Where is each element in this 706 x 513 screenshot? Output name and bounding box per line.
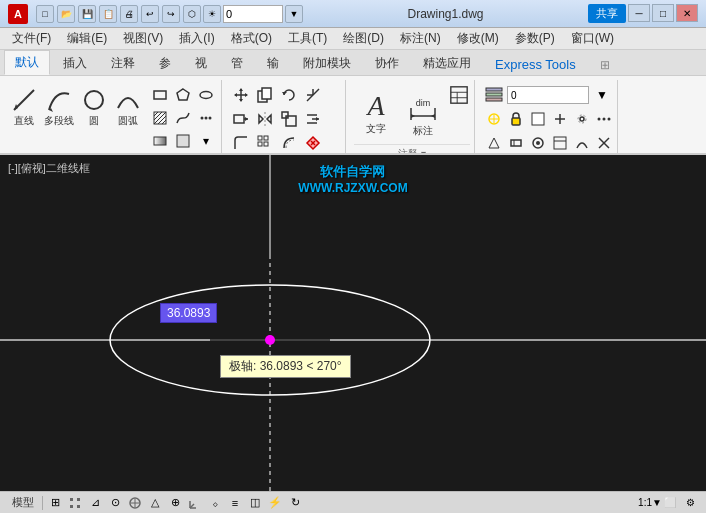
undo-button[interactable]: ↩	[141, 5, 159, 23]
redo-button[interactable]: ↪	[162, 5, 180, 23]
dynin-toggle[interactable]: ⬦	[207, 495, 223, 511]
ortho-toggle[interactable]: ⊿	[87, 495, 103, 511]
model-tab[interactable]: 模型	[8, 495, 38, 510]
workspace-switch[interactable]: ⚙	[682, 495, 698, 511]
mirror-tool[interactable]	[254, 108, 276, 130]
saveas-button[interactable]: 📋	[99, 5, 117, 23]
stretch-tool[interactable]	[230, 108, 252, 130]
menu-insert[interactable]: 插入(I)	[171, 28, 222, 49]
fillet-tool[interactable]	[230, 132, 252, 153]
sun-icon[interactable]: ☀	[203, 5, 221, 23]
tab-output[interactable]: 输	[256, 51, 290, 75]
tab-parametric[interactable]: 参	[148, 51, 182, 75]
layer-dropdown[interactable]: ▼	[591, 84, 613, 106]
menu-tools[interactable]: 工具(T)	[280, 28, 335, 49]
tab-annotate[interactable]: 注释	[100, 51, 146, 75]
copy-tool[interactable]	[254, 84, 276, 106]
line-tool[interactable]: 直线	[8, 84, 40, 130]
viewport-scale[interactable]: ⬜	[662, 495, 678, 511]
layer-manager[interactable]	[483, 84, 505, 106]
extend-tool[interactable]	[302, 108, 324, 130]
rect-tool[interactable]	[149, 84, 171, 106]
gradient-tool[interactable]	[149, 130, 171, 152]
tab-collaborate[interactable]: 协作	[364, 51, 410, 75]
layer-match[interactable]	[549, 108, 571, 130]
share-button[interactable]: 共享	[588, 4, 626, 23]
boundary-tool[interactable]: ▾	[195, 130, 217, 152]
open-button[interactable]: 📂	[57, 5, 75, 23]
dimension-input[interactable]: 36.0893	[160, 303, 217, 323]
region-tool[interactable]	[172, 130, 194, 152]
menu-modify[interactable]: 修改(M)	[449, 28, 507, 49]
lweight-toggle[interactable]: ≡	[227, 495, 243, 511]
autocad-logo[interactable]: A	[8, 4, 28, 24]
snap-toggle[interactable]	[67, 495, 83, 511]
layer-tool-d[interactable]	[549, 132, 571, 153]
polygon-tool[interactable]	[172, 84, 194, 106]
array-tool[interactable]	[254, 132, 276, 153]
transparency-toggle[interactable]: ◫	[247, 495, 263, 511]
scale-tool[interactable]	[278, 108, 300, 130]
input-field[interactable]	[223, 5, 283, 23]
menu-dimension[interactable]: 标注(N)	[392, 28, 449, 49]
layer-selector[interactable]: 0	[507, 86, 589, 104]
ellipse-tool[interactable]	[195, 84, 217, 106]
text-tool[interactable]: A 文字	[354, 84, 398, 142]
menu-draw[interactable]: 绘图(D)	[335, 28, 392, 49]
layer-isolate[interactable]	[571, 108, 593, 130]
menu-edit[interactable]: 编辑(E)	[59, 28, 115, 49]
3dosnap-toggle[interactable]: △	[147, 495, 163, 511]
print-button[interactable]: 🖨	[120, 5, 138, 23]
more-draw[interactable]	[195, 107, 217, 129]
restore-button[interactable]: □	[652, 4, 674, 22]
layer-more[interactable]	[593, 108, 615, 130]
tab-manage[interactable]: 管	[220, 51, 254, 75]
menu-format[interactable]: 格式(O)	[223, 28, 280, 49]
dimension-tool[interactable]: dim 标注	[401, 84, 445, 142]
grid-toggle[interactable]: ⊞	[47, 495, 63, 511]
hatch-tool[interactable]	[149, 107, 171, 129]
circle-tool[interactable]: 圆	[78, 84, 110, 130]
save-button[interactable]: 💾	[78, 5, 96, 23]
tab-featured[interactable]: 精选应用	[412, 51, 482, 75]
offset-tool[interactable]	[278, 132, 300, 153]
layer-freeze[interactable]	[483, 108, 505, 130]
tab-view[interactable]: 视	[184, 51, 218, 75]
layer-tool-b[interactable]	[505, 132, 527, 153]
layer-color[interactable]	[527, 108, 549, 130]
osnap-toggle[interactable]	[127, 495, 143, 511]
new-button[interactable]: □	[36, 5, 54, 23]
rotate-tool[interactable]	[278, 84, 300, 106]
quickprop-toggle[interactable]: ⚡	[267, 495, 283, 511]
tab-more[interactable]: ⊞	[589, 54, 621, 75]
layer-tool-f[interactable]	[593, 132, 615, 153]
anno-scale[interactable]: 1:1▼	[642, 495, 658, 511]
spline-tool[interactable]	[172, 107, 194, 129]
polar-toggle[interactable]: ⊙	[107, 495, 123, 511]
workspace-icon[interactable]: ⬡	[183, 5, 201, 23]
table-tool[interactable]	[448, 84, 470, 106]
dropdown-icon[interactable]: ▼	[285, 5, 303, 23]
layer-tool-e[interactable]	[571, 132, 593, 153]
layer-lock[interactable]	[505, 108, 527, 130]
erase-tool[interactable]	[302, 132, 324, 153]
otrack-toggle[interactable]: ⊕	[167, 495, 183, 511]
close-button[interactable]: ✕	[676, 4, 698, 22]
tab-default[interactable]: 默认	[4, 50, 50, 75]
arc-tool[interactable]: 圆弧	[112, 84, 144, 130]
selcycle-toggle[interactable]: ↻	[287, 495, 303, 511]
polyline-tool[interactable]: 多段线	[42, 84, 76, 130]
tab-insert[interactable]: 插入	[52, 51, 98, 75]
move-tool[interactable]	[230, 84, 252, 106]
minimize-button[interactable]: ─	[628, 4, 650, 22]
menu-view[interactable]: 视图(V)	[115, 28, 171, 49]
trim-tool[interactable]	[302, 84, 324, 106]
ducs-toggle[interactable]	[187, 495, 203, 511]
menu-file[interactable]: 文件(F)	[4, 28, 59, 49]
tab-addins[interactable]: 附加模块	[292, 51, 362, 75]
tab-express[interactable]: Express Tools	[484, 53, 587, 75]
menu-window[interactable]: 窗口(W)	[563, 28, 622, 49]
layer-tool-a[interactable]	[483, 132, 505, 153]
menu-params[interactable]: 参数(P)	[507, 28, 563, 49]
layer-tool-c[interactable]	[527, 132, 549, 153]
